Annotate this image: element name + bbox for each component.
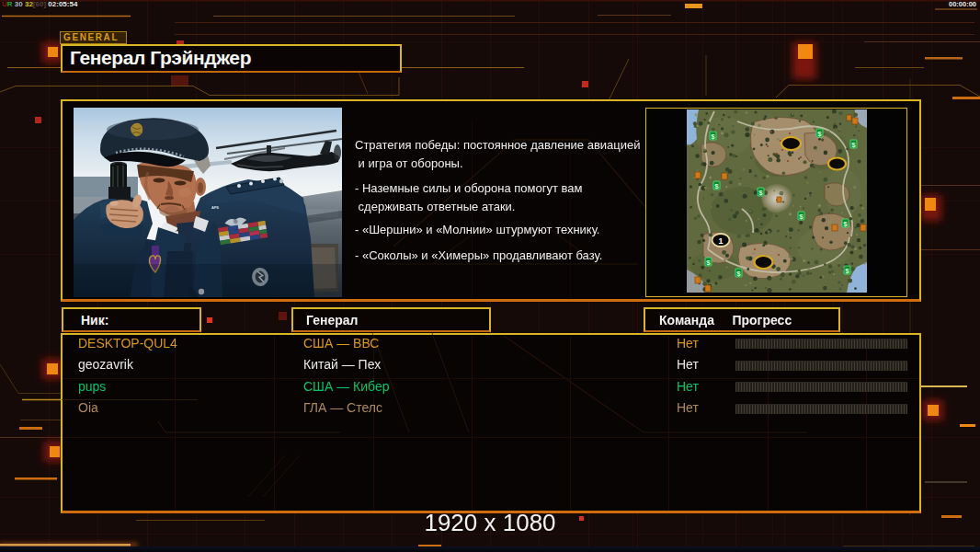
svg-text:$: $ (714, 182, 719, 190)
svg-text:$: $ (843, 220, 848, 228)
svg-text:$: $ (706, 259, 711, 267)
svg-text:$: $ (736, 270, 741, 278)
svg-text:$: $ (711, 132, 715, 141)
svg-text:AFS: AFS (211, 205, 219, 210)
svg-text:$: $ (845, 267, 849, 275)
svg-text:$: $ (758, 189, 763, 197)
svg-text:$: $ (817, 130, 822, 138)
svg-text:$: $ (799, 213, 803, 221)
svg-text:1: 1 (718, 236, 723, 246)
svg-text:$: $ (851, 141, 856, 149)
